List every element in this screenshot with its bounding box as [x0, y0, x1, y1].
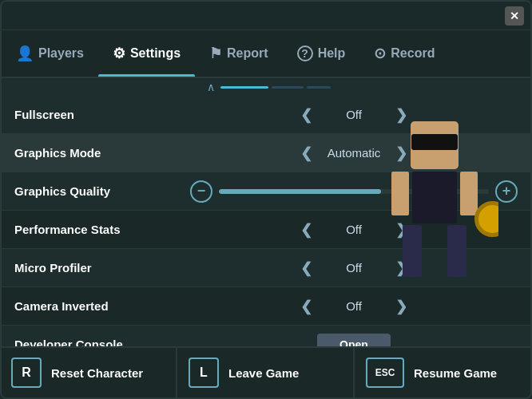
- tab-settings[interactable]: ⚙ Settings: [98, 30, 195, 77]
- camera-inverted-value: Off: [322, 299, 386, 313]
- fullscreen-control: ❮ Off ❯: [190, 106, 518, 124]
- camera-inverted-control: ❮ Off ❯: [190, 298, 518, 315]
- close-button[interactable]: ✕: [505, 6, 524, 26]
- record-icon: ⊙: [374, 45, 386, 62]
- tab-settings-label: Settings: [130, 46, 181, 61]
- performance-stats-value: Off: [322, 223, 386, 236]
- quality-bar: [219, 189, 489, 194]
- quality-fill: [219, 189, 381, 194]
- help-icon: ?: [297, 45, 313, 61]
- tab-players[interactable]: 👤 Players: [2, 30, 98, 77]
- tab-report-label: Report: [227, 46, 268, 61]
- scroll-up-icon[interactable]: ∧: [201, 81, 220, 93]
- graphics-mode-label: Graphics Mode: [14, 146, 190, 160]
- title-bar: ✕: [2, 2, 530, 30]
- quality-increase-button[interactable]: +: [495, 180, 518, 203]
- fullscreen-right-arrow[interactable]: ❯: [395, 106, 407, 124]
- leave-key: L: [189, 358, 219, 388]
- resume-game-button[interactable]: ESC Resume Game: [356, 348, 530, 397]
- resume-label: Resume Game: [414, 366, 497, 380]
- graphics-mode-right-arrow[interactable]: ❯: [395, 144, 407, 162]
- tab-help-label: Help: [318, 46, 346, 61]
- micro-profiler-left-arrow[interactable]: ❮: [300, 259, 312, 277]
- performance-stats-control: ❮ Off ❯: [190, 221, 518, 239]
- graphics-mode-row: Graphics Mode ❮ Automatic ❯: [2, 134, 530, 172]
- settings-content: Fullscreen ❮ Off ❯ Graphics Mode ❮ Autom…: [2, 96, 530, 364]
- tab-record-label: Record: [391, 46, 435, 61]
- scroll-line-3: [307, 86, 331, 89]
- micro-profiler-label: Micro Profiler: [14, 261, 190, 275]
- performance-stats-left-arrow[interactable]: ❮: [300, 221, 312, 239]
- leave-label: Leave Game: [228, 366, 299, 380]
- quality-decrease-button[interactable]: −: [190, 180, 212, 203]
- tab-help[interactable]: ? Help: [283, 30, 360, 77]
- settings-icon: ⚙: [113, 45, 125, 62]
- micro-profiler-control: ❮ Off ❯: [190, 259, 518, 277]
- fullscreen-value: Off: [322, 108, 386, 121]
- graphics-mode-control: ❮ Automatic ❯: [190, 144, 518, 162]
- fullscreen-left-arrow[interactable]: ❮: [300, 106, 312, 124]
- report-icon: ⚑: [209, 45, 222, 62]
- reset-character-button[interactable]: R Reset Character: [2, 348, 177, 397]
- camera-inverted-left-arrow[interactable]: ❮: [300, 298, 312, 315]
- leave-game-button[interactable]: L Leave Game: [179, 348, 355, 397]
- bottom-bar: R Reset Character L Leave Game ESC Resum…: [2, 346, 530, 397]
- main-window: ✕ 👤 Players ⚙ Settings ⚑ Report ? Help ⊙…: [0, 0, 532, 399]
- nav-tabs: 👤 Players ⚙ Settings ⚑ Report ? Help ⊙ R…: [2, 30, 530, 78]
- fullscreen-row: Fullscreen ❮ Off ❯: [2, 96, 530, 134]
- performance-stats-row: Performance Stats ❮ Off ❯: [2, 211, 530, 249]
- resume-key: ESC: [366, 358, 404, 388]
- tab-report[interactable]: ⚑ Report: [195, 30, 283, 77]
- micro-profiler-row: Micro Profiler ❮ Off ❯: [2, 249, 530, 287]
- graphics-mode-left-arrow[interactable]: ❮: [300, 144, 312, 162]
- fullscreen-label: Fullscreen: [14, 108, 190, 121]
- micro-profiler-value: Off: [322, 261, 386, 275]
- tab-record[interactable]: ⊙ Record: [359, 30, 449, 77]
- close-icon: ✕: [510, 10, 519, 22]
- performance-stats-label: Performance Stats: [14, 223, 190, 236]
- scroll-line-1: [220, 86, 268, 89]
- tab-players-label: Players: [38, 46, 84, 61]
- camera-inverted-label: Camera Inverted: [14, 299, 190, 313]
- scroll-line-2: [272, 86, 304, 89]
- camera-inverted-row: Camera Inverted ❮ Off ❯: [2, 287, 530, 326]
- camera-inverted-right-arrow[interactable]: ❯: [395, 298, 407, 315]
- graphics-quality-control: − +: [190, 180, 518, 203]
- performance-stats-right-arrow[interactable]: ❯: [395, 221, 407, 239]
- micro-profiler-right-arrow[interactable]: ❯: [395, 259, 407, 277]
- reset-label: Reset Character: [51, 366, 143, 380]
- graphics-quality-label: Graphics Quality: [14, 184, 190, 198]
- scroll-dots: [220, 86, 331, 89]
- graphics-mode-value: Automatic: [322, 146, 386, 160]
- scroll-indicator: ∧: [2, 78, 530, 96]
- reset-key: R: [11, 358, 42, 388]
- players-icon: 👤: [16, 45, 34, 62]
- graphics-quality-row: Graphics Quality − +: [2, 172, 530, 211]
